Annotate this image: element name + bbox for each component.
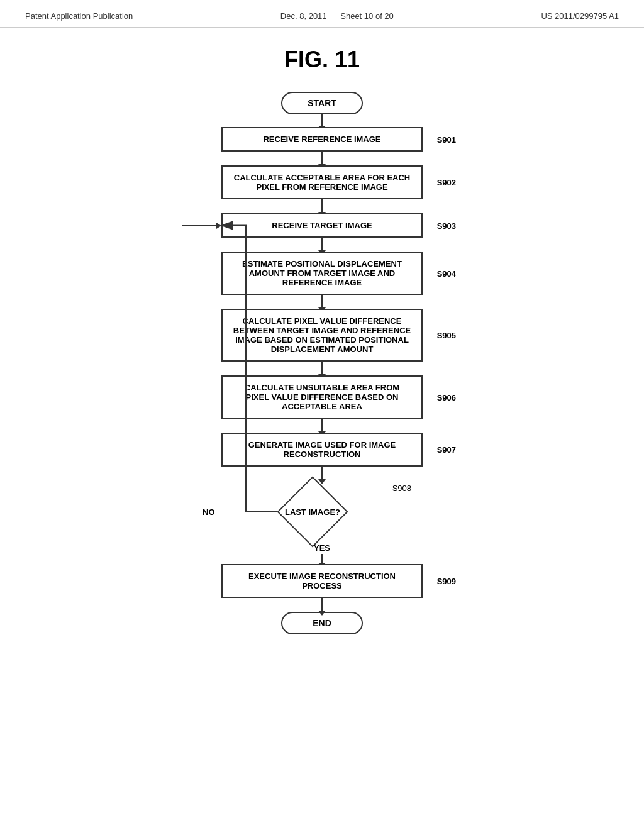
step-s906: CALCULATE UNSUITABLE AREA FROM PIXEL VAL… <box>221 375 423 419</box>
flowchart: START RECEIVE REFERENCE IMAGE S901 CALCU… <box>165 92 479 634</box>
arrow-2 <box>321 152 323 165</box>
step-s903: RECEIVE TARGET IMAGE S903 <box>221 213 423 238</box>
step-s905: CALCULATE PIXEL VALUE DIFFERENCE BETWEEN… <box>221 309 423 362</box>
step-s907-text: GENERATE IMAGE USED FOR IMAGE RECONSTRUC… <box>248 440 396 459</box>
arrow-3 <box>321 199 323 213</box>
step-s906-text: CALCULATE UNSUITABLE AREA FROM PIXEL VAL… <box>245 383 399 411</box>
step-s903-label: S903 <box>437 221 456 230</box>
step-s903-text: RECEIVE TARGET IMAGE <box>272 221 372 230</box>
date-label: Dec. 8, 2011 <box>280 11 327 21</box>
arrow-4 <box>321 238 323 252</box>
yes-branch: YES <box>314 543 330 564</box>
step-s902-label: S902 <box>437 178 456 187</box>
header-center: Dec. 8, 2011 Sheet 10 of 20 <box>280 11 394 21</box>
yes-label: YES <box>314 543 330 553</box>
header-right: US 2011/0299795 A1 <box>541 11 619 21</box>
step-s902-text: CALCULATE ACCEPTABLE AREA FOR EACH PIXEL… <box>234 173 410 192</box>
arrow-yes <box>321 554 323 564</box>
step-s909-label: S909 <box>437 577 456 586</box>
step-s901: RECEIVE REFERENCE IMAGE S901 <box>221 127 423 152</box>
loop-arrow-in <box>182 221 221 230</box>
arrow-5 <box>321 295 323 309</box>
step-s906-label: S906 <box>437 392 456 402</box>
step-s907: GENERATE IMAGE USED FOR IMAGE RECONSTRUC… <box>221 433 423 467</box>
step-s901-label: S901 <box>437 135 456 144</box>
arrow-8 <box>321 467 323 480</box>
main-content: FIG. 11 START RECEIVE REFERENCE IMAGE S9… <box>0 28 644 653</box>
no-label: NO <box>203 507 215 517</box>
step-s905-label: S905 <box>437 331 456 340</box>
svg-marker-1 <box>216 223 221 229</box>
start-node: START <box>281 92 363 114</box>
publication-label: Patent Application Publication <box>25 11 133 21</box>
step-s905-text: CALCULATE PIXEL VALUE DIFFERENCE BETWEEN… <box>233 316 411 354</box>
step-s904-text: ESTIMATE POSITIONAL DISPLACEMENT AMOUNT … <box>242 259 402 287</box>
arrow-6 <box>321 362 323 375</box>
diamond-text: LAST IMAGE? <box>272 507 353 517</box>
step-s904: ESTIMATE POSITIONAL DISPLACEMENT AMOUNT … <box>221 252 423 295</box>
s908-label: S908 <box>392 484 411 493</box>
loop-arrow-svg <box>182 221 221 230</box>
step-s901-text: RECEIVE REFERENCE IMAGE <box>263 135 380 144</box>
patent-number: US 2011/0299795 A1 <box>541 11 619 21</box>
diamond-row: S908 NO LAST IMAGE? <box>190 480 454 543</box>
arrow-7 <box>321 419 323 433</box>
figure-title: FIG. 11 <box>284 47 360 73</box>
step-s907-label: S907 <box>437 445 456 455</box>
step-s904-label: S904 <box>437 268 456 278</box>
diamond-shape: LAST IMAGE? <box>272 487 353 537</box>
s903-row: RECEIVE TARGET IMAGE S903 <box>221 213 423 238</box>
step-s909-text: EXECUTE IMAGE RECONSTRUCTION PROCESS <box>248 572 396 590</box>
step-s902: CALCULATE ACCEPTABLE AREA FOR EACH PIXEL… <box>221 165 423 199</box>
step-s909: EXECUTE IMAGE RECONSTRUCTION PROCESS S90… <box>221 564 423 598</box>
header-left: Patent Application Publication <box>25 11 133 21</box>
page-header: Patent Application Publication Dec. 8, 2… <box>0 0 644 28</box>
arrow-1 <box>321 114 323 127</box>
sheet-label: Sheet 10 of 20 <box>340 11 394 21</box>
arrow-9 <box>321 598 323 612</box>
